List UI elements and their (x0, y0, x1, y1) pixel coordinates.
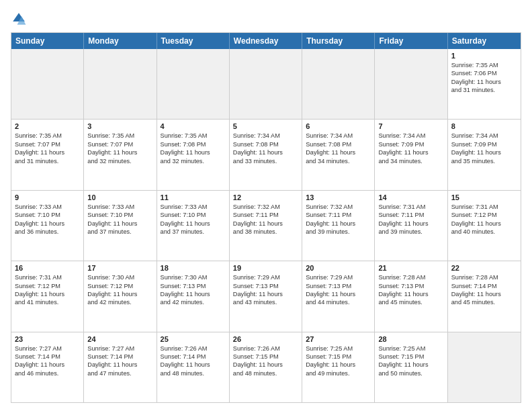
cell-info-line: and 48 minutes. (233, 369, 298, 377)
cell-info-line: Sunset: 7:11 PM (378, 211, 443, 219)
day-number: 20 (306, 264, 371, 272)
cell-info-line: Sunrise: 7:35 AM (451, 61, 517, 69)
calendar-cell-3-3: 19Sunrise: 7:29 AMSunset: 7:13 PMDayligh… (230, 261, 302, 331)
cell-info-line: and 48 minutes. (161, 369, 226, 377)
cell-info-line: and 32 minutes. (161, 157, 226, 165)
cell-info-line: Sunrise: 7:35 AM (87, 132, 152, 140)
cell-info-line: Sunset: 7:13 PM (306, 282, 371, 290)
day-number: 7 (378, 122, 443, 130)
cell-info-line: and 32 minutes. (87, 157, 152, 165)
cell-info-line: Daylight: 11 hours (161, 148, 226, 156)
page: SundayMondayTuesdayWednesdayThursdayFrid… (0, 0, 532, 411)
cell-info-line: Daylight: 11 hours (306, 290, 371, 298)
day-number: 15 (451, 193, 517, 201)
header-day-sunday: Sunday (11, 33, 84, 49)
cell-info-line: Sunset: 7:13 PM (233, 282, 298, 290)
calendar-cell-2-4: 13Sunrise: 7:32 AMSunset: 7:11 PMDayligh… (302, 191, 375, 261)
cell-info-line: Daylight: 11 hours (233, 148, 298, 156)
day-number: 27 (306, 335, 371, 343)
cell-info-line: Sunrise: 7:31 AM (378, 203, 443, 211)
cell-info-line: Sunrise: 7:34 AM (233, 132, 298, 140)
cell-info-line: and 40 minutes. (451, 228, 517, 236)
cell-info-line: Daylight: 11 hours (87, 361, 152, 369)
cell-info-line: Sunrise: 7:25 AM (378, 345, 443, 353)
cell-info-line: and 37 minutes. (87, 228, 152, 236)
day-number: 13 (306, 193, 371, 201)
cell-info-line: and 46 minutes. (15, 369, 80, 377)
day-number: 12 (233, 193, 298, 201)
cell-info-line: Sunset: 7:13 PM (378, 282, 443, 290)
calendar-row-1: 2Sunrise: 7:35 AMSunset: 7:07 PMDaylight… (11, 120, 521, 190)
cell-info-line: Daylight: 11 hours (306, 220, 371, 228)
calendar-cell-2-1: 10Sunrise: 7:33 AMSunset: 7:10 PMDayligh… (84, 191, 157, 261)
calendar-cell-0-3 (230, 49, 302, 119)
cell-info-line: and 39 minutes. (378, 228, 443, 236)
day-number: 19 (233, 264, 298, 272)
calendar-cell-4-1: 24Sunrise: 7:27 AMSunset: 7:14 PMDayligh… (84, 332, 157, 402)
cell-info-line: Daylight: 11 hours (451, 290, 517, 298)
cell-info-line: Sunrise: 7:27 AM (87, 345, 152, 353)
calendar-cell-4-3: 26Sunrise: 7:26 AMSunset: 7:15 PMDayligh… (230, 332, 302, 402)
calendar-cell-1-6: 8Sunrise: 7:34 AMSunset: 7:09 PMDaylight… (448, 120, 521, 189)
calendar-cell-4-6 (448, 332, 521, 402)
cell-info-line: Sunrise: 7:26 AM (161, 345, 226, 353)
cell-info-line: Sunrise: 7:35 AM (15, 132, 80, 140)
calendar-cell-2-0: 9Sunrise: 7:33 AMSunset: 7:10 PMDaylight… (11, 191, 84, 261)
cell-info-line: Sunset: 7:12 PM (87, 282, 152, 290)
cell-info-line: Sunset: 7:14 PM (87, 353, 152, 361)
cell-info-line: Sunrise: 7:33 AM (161, 203, 226, 211)
cell-info-line: and 47 minutes. (87, 369, 152, 377)
cell-info-line: Sunset: 7:12 PM (451, 211, 517, 219)
cell-info-line: Sunrise: 7:30 AM (161, 273, 226, 281)
cell-info-line: Sunset: 7:09 PM (451, 140, 517, 148)
header (11, 8, 521, 27)
cell-info-line: and 35 minutes. (451, 157, 517, 165)
calendar-cell-4-5: 28Sunrise: 7:25 AMSunset: 7:15 PMDayligh… (375, 332, 447, 402)
cell-info-line: Sunset: 7:14 PM (451, 282, 517, 290)
calendar-cell-0-0 (11, 49, 84, 119)
cell-info-line: Sunrise: 7:34 AM (306, 132, 371, 140)
calendar-row-4: 23Sunrise: 7:27 AMSunset: 7:14 PMDayligh… (11, 332, 521, 402)
cell-info-line: Sunrise: 7:30 AM (87, 273, 152, 281)
day-number: 6 (306, 122, 371, 130)
cell-info-line: Daylight: 11 hours (87, 220, 152, 228)
day-number: 9 (15, 193, 80, 201)
cell-info-line: Sunrise: 7:33 AM (15, 203, 80, 211)
header-day-monday: Monday (84, 33, 157, 49)
day-number: 21 (378, 264, 443, 272)
cell-info-line: Sunset: 7:11 PM (233, 211, 298, 219)
calendar-cell-4-2: 25Sunrise: 7:26 AMSunset: 7:14 PMDayligh… (157, 332, 230, 402)
calendar-row-3: 16Sunrise: 7:31 AMSunset: 7:12 PMDayligh… (11, 261, 521, 332)
cell-info-line: Sunrise: 7:33 AM (87, 203, 152, 211)
cell-info-line: and 34 minutes. (306, 157, 371, 165)
cell-info-line: and 44 minutes. (306, 298, 371, 306)
cell-info-line: Sunrise: 7:28 AM (378, 273, 443, 281)
cell-info-line: Daylight: 11 hours (87, 148, 152, 156)
calendar-cell-3-6: 22Sunrise: 7:28 AMSunset: 7:14 PMDayligh… (448, 261, 521, 331)
cell-info-line: Sunset: 7:15 PM (378, 353, 443, 361)
cell-info-line: Daylight: 11 hours (233, 220, 298, 228)
cell-info-line: Sunrise: 7:32 AM (306, 203, 371, 211)
calendar-cell-0-5 (375, 49, 447, 119)
cell-info-line: and 42 minutes. (161, 298, 226, 306)
cell-info-line: Daylight: 11 hours (15, 148, 80, 156)
cell-info-line: Sunset: 7:10 PM (161, 211, 226, 219)
calendar-cell-3-1: 17Sunrise: 7:30 AMSunset: 7:12 PMDayligh… (84, 261, 157, 331)
day-number: 24 (87, 335, 152, 343)
cell-info-line: Daylight: 11 hours (378, 148, 443, 156)
day-number: 8 (451, 122, 517, 130)
cell-info-line: and 43 minutes. (233, 298, 298, 306)
cell-info-line: and 31 minutes. (451, 86, 517, 94)
header-day-friday: Friday (375, 33, 447, 49)
cell-info-line: Daylight: 11 hours (306, 361, 371, 369)
cell-info-line: Sunset: 7:15 PM (233, 353, 298, 361)
day-number: 1 (451, 52, 517, 60)
header-day-saturday: Saturday (448, 33, 521, 49)
cell-info-line: Sunset: 7:11 PM (306, 211, 371, 219)
cell-info-line: Sunset: 7:08 PM (306, 140, 371, 148)
day-number: 5 (233, 122, 298, 130)
cell-info-line: Sunrise: 7:35 AM (161, 132, 226, 140)
cell-info-line: Sunset: 7:13 PM (161, 282, 226, 290)
cell-info-line: Daylight: 11 hours (451, 148, 517, 156)
cell-info-line: Daylight: 11 hours (378, 290, 443, 298)
